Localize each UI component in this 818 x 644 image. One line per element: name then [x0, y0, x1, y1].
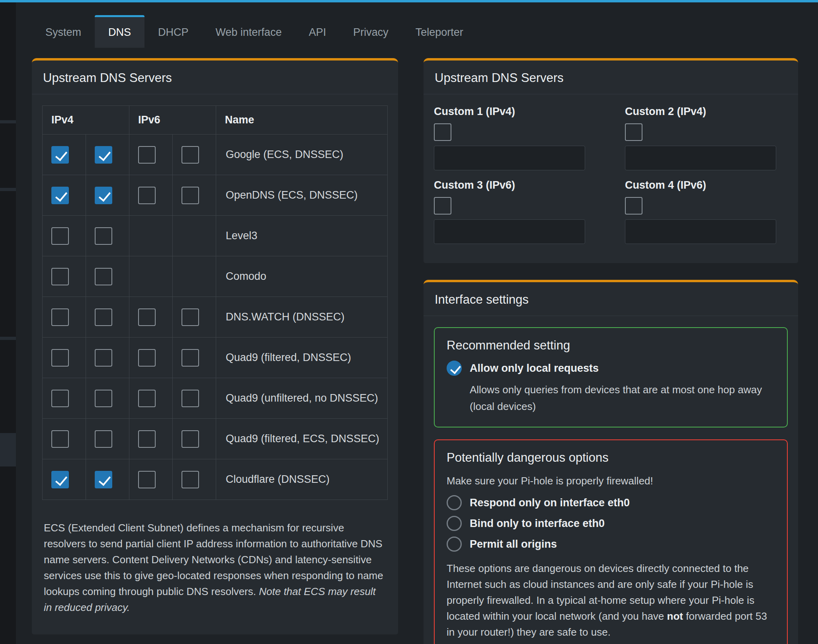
ipv4-secondary-checkbox[interactable] — [95, 308, 112, 326]
col-header-ipv4: IPv4 — [43, 106, 129, 135]
custom-dns-2-label: Custom 2 (IPv4) — [625, 105, 776, 118]
ipv4-secondary-checkbox[interactable] — [95, 187, 112, 204]
ipv6-primary-checkbox[interactable] — [138, 187, 156, 204]
tab-api[interactable]: API — [295, 15, 340, 48]
respond-only-eth0-label[interactable]: Respond only on interface eth0 — [470, 497, 630, 509]
ipv6-secondary-checkbox[interactable] — [182, 187, 199, 204]
dns-server-row: Quad9 (filtered, ECS, DNSSEC) — [43, 419, 388, 459]
ipv6-primary-checkbox[interactable] — [138, 430, 156, 448]
ipv6-secondary-checkbox[interactable] — [182, 390, 199, 407]
ipv4-secondary-checkbox[interactable] — [95, 471, 112, 488]
custom-dns-4-checkbox[interactable] — [625, 197, 642, 215]
ipv4-primary-checkbox[interactable] — [51, 430, 69, 448]
right-column: Upstream DNS Servers Custom 1 (IPv4) Cus… — [424, 58, 798, 644]
ipv4-secondary-checkbox[interactable] — [95, 227, 112, 245]
tab-privacy[interactable]: Privacy — [340, 15, 402, 48]
dns-server-name: OpenDNS (ECS, DNSSEC) — [216, 175, 388, 216]
dns-server-name: Level3 — [216, 216, 388, 256]
bind-only-eth0-label[interactable]: Bind only to interface eth0 — [470, 517, 605, 530]
custom-dns-1: Custom 1 (IPv4) — [434, 105, 585, 170]
respond-only-eth0-radio[interactable] — [447, 495, 462, 510]
dns-server-row: Cloudflare (DNSSEC) — [43, 459, 388, 500]
card-header: Upstream DNS Servers — [424, 60, 798, 94]
custom-dns-1-input[interactable] — [434, 146, 585, 170]
ipv4-primary-checkbox[interactable] — [51, 227, 69, 245]
dns-server-name: Comodo — [216, 256, 388, 297]
upstream-dns-table: IPv4 IPv6 Name — [42, 105, 388, 500]
allow-local-requests-radio[interactable] — [447, 361, 462, 376]
allow-local-requests-label[interactable]: Allow only local requests — [470, 362, 599, 375]
ipv6-primary-checkbox[interactable] — [138, 146, 156, 164]
ipv4-secondary-checkbox[interactable] — [95, 349, 112, 367]
card-body: Custom 1 (IPv4) Custom 2 (IPv4) Custom 3 — [424, 94, 798, 263]
ipv4-secondary-checkbox[interactable] — [95, 430, 112, 448]
dns-server-row: Quad9 (unfiltered, no DNSSEC) — [43, 378, 388, 419]
ipv6-primary-checkbox[interactable] — [138, 308, 156, 326]
ipv6-secondary-checkbox[interactable] — [182, 349, 199, 367]
ipv4-primary-checkbox[interactable] — [51, 349, 69, 367]
bind-only-eth0-radio[interactable] — [447, 516, 462, 531]
dangerous-options-box: Potentially dangerous options Make sure … — [434, 439, 788, 644]
tab-teleporter[interactable]: Teleporter — [402, 15, 477, 48]
tab-dhcp[interactable]: DHCP — [144, 15, 202, 48]
card-body: IPv4 IPv6 Name — [32, 94, 398, 634]
permit-all-origins-radio[interactable] — [447, 537, 462, 552]
dangerous-options-heading: Potentially dangerous options — [447, 451, 775, 465]
dns-server-row: DNS.WATCH (DNSSEC) — [43, 297, 388, 338]
custom-dns-4: Custom 4 (IPv6) — [625, 179, 776, 244]
card-title: Upstream DNS Servers — [435, 71, 787, 85]
ipv6-primary-checkbox[interactable] — [138, 349, 156, 367]
custom-dns-3-checkbox[interactable] — [434, 197, 451, 215]
firewall-warning: Make sure your Pi-hole is properly firew… — [447, 473, 775, 489]
custom-dns-card: Upstream DNS Servers Custom 1 (IPv4) Cus… — [424, 58, 798, 263]
ipv6-secondary-checkbox[interactable] — [182, 430, 199, 448]
settings-tabs: System DNS DHCP Web interface API Privac… — [32, 15, 798, 48]
allow-local-requests-option[interactable]: Allow only local requests — [447, 361, 775, 376]
custom-dns-2-input[interactable] — [625, 146, 776, 170]
recommended-setting-box: Recommended setting Allow only local req… — [434, 327, 788, 427]
ipv4-primary-checkbox[interactable] — [51, 268, 69, 285]
custom-dns-3-input[interactable] — [434, 219, 585, 244]
dns-server-row: Comodo — [43, 256, 388, 297]
custom-dns-2-checkbox[interactable] — [625, 123, 642, 141]
tab-dns[interactable]: DNS — [95, 15, 144, 48]
ipv4-primary-checkbox[interactable] — [51, 471, 69, 488]
tab-system[interactable]: System — [32, 15, 95, 48]
custom-dns-4-input[interactable] — [625, 219, 776, 244]
respond-only-eth0-option[interactable]: Respond only on interface eth0 — [447, 495, 775, 510]
ecs-explanation: ECS (Extended Client Subnet) defines a m… — [44, 520, 386, 615]
ipv4-primary-checkbox[interactable] — [51, 146, 69, 164]
permit-all-origins-label[interactable]: Permit all origins — [470, 538, 557, 550]
card-body: Recommended setting Allow only local req… — [424, 316, 798, 644]
ipv4-primary-checkbox[interactable] — [51, 390, 69, 407]
ipv4-primary-checkbox[interactable] — [51, 187, 69, 204]
custom-dns-grid: Custom 1 (IPv4) Custom 2 (IPv4) Custom 3 — [434, 105, 788, 244]
dns-server-row: OpenDNS (ECS, DNSSEC) — [43, 175, 388, 216]
upstream-dns-list-card: Upstream DNS Servers IPv4 IPv6 N — [32, 58, 398, 634]
permit-all-origins-option[interactable]: Permit all origins — [447, 537, 775, 552]
custom-dns-3: Custom 3 (IPv6) — [434, 179, 585, 244]
dns-server-name: Google (ECS, DNSSEC) — [216, 135, 388, 175]
ipv6-secondary-checkbox[interactable] — [182, 308, 199, 326]
ipv4-secondary-checkbox[interactable] — [95, 268, 112, 285]
bind-only-eth0-option[interactable]: Bind only to interface eth0 — [447, 516, 775, 531]
ipv6-primary-checkbox[interactable] — [138, 471, 156, 488]
tab-web-interface[interactable]: Web interface — [202, 15, 295, 48]
ipv6-primary-checkbox[interactable] — [138, 390, 156, 407]
interface-settings-card: Interface settings Recommended setting A… — [424, 280, 798, 644]
card-title: Upstream DNS Servers — [43, 71, 387, 85]
sidebar-sliver — [0, 2, 16, 644]
dns-server-name: Quad9 (filtered, DNSSEC) — [216, 338, 388, 378]
dns-server-row: Google (ECS, DNSSEC) — [43, 135, 388, 175]
ipv4-primary-checkbox[interactable] — [51, 308, 69, 326]
custom-dns-1-checkbox[interactable] — [434, 123, 451, 141]
ipv6-secondary-checkbox[interactable] — [182, 146, 199, 164]
ipv4-secondary-checkbox[interactable] — [95, 146, 112, 164]
left-column: Upstream DNS Servers IPv4 IPv6 N — [32, 58, 398, 644]
ipv4-secondary-checkbox[interactable] — [95, 390, 112, 407]
recommended-setting-heading: Recommended setting — [447, 338, 775, 353]
dns-server-row: Level3 — [43, 216, 388, 256]
ipv6-secondary-checkbox[interactable] — [182, 471, 199, 488]
dns-server-name: Quad9 (filtered, ECS, DNSSEC) — [216, 419, 388, 459]
custom-dns-1-label: Custom 1 (IPv4) — [434, 105, 585, 118]
